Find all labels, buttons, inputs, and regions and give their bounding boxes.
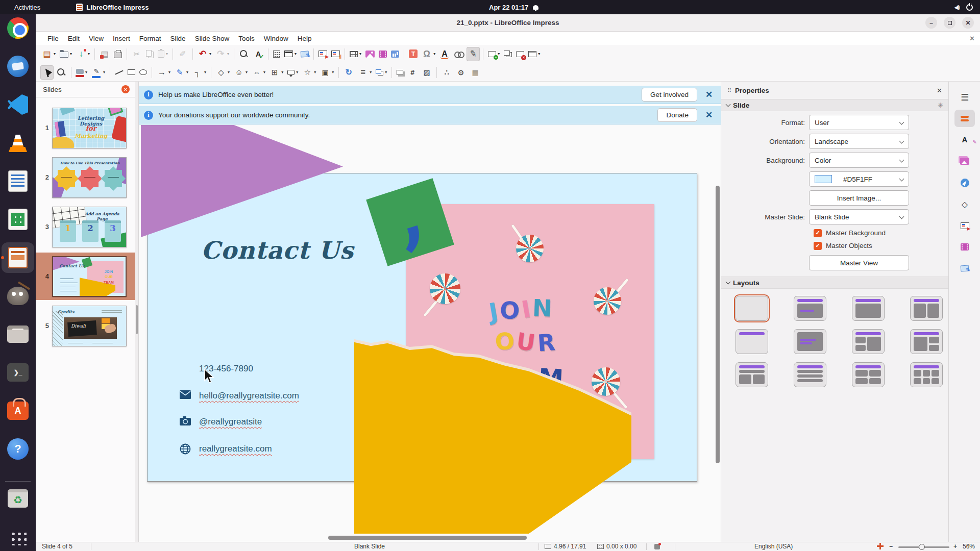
notification-close-icon[interactable]: ✕ bbox=[702, 89, 716, 100]
start-from-current-slide-button[interactable] bbox=[330, 47, 341, 61]
align-objects-button[interactable]: ▾ bbox=[356, 65, 373, 80]
menu-insert[interactable]: Insert bbox=[108, 33, 135, 44]
layout-content-two-right[interactable] bbox=[910, 329, 943, 354]
dropdown-arrow-icon[interactable]: ▾ bbox=[498, 52, 500, 56]
dropdown-arrow-icon[interactable]: ▾ bbox=[370, 70, 372, 74]
contact-text[interactable]: hello@reallygreatsite.com bbox=[199, 391, 299, 401]
flowchart-shapes-button[interactable]: ▾ bbox=[268, 65, 285, 80]
rectangle-button[interactable] bbox=[126, 65, 137, 80]
layout-title-3x2-grid[interactable] bbox=[910, 362, 943, 387]
crop-image-button[interactable] bbox=[406, 65, 419, 80]
save-status-icon[interactable] bbox=[654, 543, 660, 550]
text-language[interactable]: English (USA) bbox=[754, 543, 793, 550]
slide-thumbnail-5[interactable]: 5 Credits Diwali bbox=[36, 302, 135, 349]
layout-centered-text[interactable] bbox=[794, 329, 826, 354]
master-slide-status[interactable]: Blank Slide bbox=[354, 543, 385, 550]
donate-button[interactable]: Donate bbox=[657, 108, 697, 122]
display-grid-button[interactable] bbox=[272, 47, 282, 61]
undo-button[interactable]: ▾ bbox=[196, 47, 213, 61]
redo-button[interactable]: ▾ bbox=[214, 47, 231, 61]
tab-slide-transition[interactable] bbox=[954, 217, 975, 234]
dock-item-writer[interactable] bbox=[6, 169, 30, 193]
panel-grip-icon[interactable]: ⠿ bbox=[727, 87, 731, 94]
fit-slide-icon[interactable] bbox=[877, 543, 884, 550]
layout-blank[interactable] bbox=[736, 296, 768, 321]
zoom-out-button[interactable]: − bbox=[889, 543, 893, 550]
insert-line-button[interactable] bbox=[113, 65, 125, 80]
clone-formatting-button[interactable] bbox=[176, 47, 189, 61]
layout-title-content-block[interactable] bbox=[852, 296, 885, 321]
current-app-menu[interactable]: LibreOffice Impress bbox=[76, 4, 149, 11]
connectors-button[interactable]: ▾ bbox=[191, 65, 208, 80]
contact-text[interactable]: reallygreatsite.com bbox=[199, 444, 272, 454]
contact-text[interactable]: @reallygreatsite bbox=[199, 417, 262, 427]
symbol-shapes-button[interactable]: ▾ bbox=[232, 65, 249, 80]
save-button[interactable]: ▾ bbox=[75, 47, 91, 61]
tab-gallery[interactable] bbox=[954, 153, 975, 170]
slides-panel-close-icon[interactable]: ✕ bbox=[121, 85, 130, 93]
clock-menu[interactable]: Apr 22 01:17 bbox=[489, 4, 538, 11]
master-slide-select[interactable]: Blank Slide bbox=[809, 209, 909, 224]
dropdown-arrow-icon[interactable]: ▾ bbox=[228, 70, 230, 74]
dropdown-arrow-icon[interactable]: ▾ bbox=[70, 52, 72, 56]
zoom-and-pan-button[interactable] bbox=[55, 65, 68, 80]
dropdown-arrow-icon[interactable]: ▾ bbox=[85, 70, 87, 74]
tab-properties[interactable] bbox=[954, 110, 975, 127]
close-button[interactable]: ✕ bbox=[962, 17, 974, 29]
open-file-button[interactable]: ▾ bbox=[58, 47, 74, 61]
tab-shapes[interactable] bbox=[954, 195, 975, 213]
layout-title-2x2-grid[interactable] bbox=[852, 362, 885, 387]
menu-format[interactable]: Format bbox=[135, 33, 166, 44]
dropdown-arrow-icon[interactable]: ▾ bbox=[88, 52, 90, 56]
basic-shapes-button[interactable]: ▾ bbox=[214, 65, 231, 80]
tab-navigator[interactable] bbox=[954, 174, 975, 191]
tab-styles[interactable] bbox=[954, 131, 975, 148]
slide-title[interactable]: Contact Us bbox=[201, 236, 354, 264]
restore-button[interactable] bbox=[944, 17, 955, 29]
layout-title-only[interactable] bbox=[736, 329, 768, 354]
callout-shapes-button[interactable]: ▾ bbox=[286, 65, 300, 80]
slide-thumbnail-2[interactable]: 2 How to Use This Presentation bbox=[36, 154, 135, 201]
export-pdf-button[interactable] bbox=[98, 47, 111, 61]
slide-thumbnail-1[interactable]: 1 Lettering Designs for Marketing bbox=[36, 104, 135, 152]
menu-slide-show[interactable]: Slide Show bbox=[190, 33, 234, 44]
dock-item-help[interactable]: ? bbox=[6, 437, 30, 461]
start-from-first-slide-button[interactable] bbox=[317, 47, 329, 61]
dock-item-files[interactable] bbox=[6, 322, 30, 346]
menu-view[interactable]: View bbox=[84, 33, 108, 44]
master-background-checkbox[interactable]: ✓ Master Background bbox=[814, 229, 948, 237]
edit-points-button[interactable] bbox=[440, 65, 453, 80]
slide-properties-button[interactable] bbox=[299, 47, 310, 61]
dock-item-thunderbird[interactable] bbox=[6, 54, 30, 79]
dropdown-arrow-icon[interactable]: ▾ bbox=[263, 70, 265, 74]
dropdown-arrow-icon[interactable]: ▾ bbox=[103, 70, 105, 74]
contact-row[interactable]: reallygreatsite.com bbox=[180, 443, 272, 455]
dock-item-chrome[interactable] bbox=[6, 16, 30, 40]
menu-help[interactable]: Help bbox=[293, 33, 316, 44]
arrange-button[interactable]: ▾ bbox=[374, 65, 388, 80]
new-presentation-button[interactable]: ▾ bbox=[40, 47, 57, 61]
star-shapes-button[interactable]: ▾ bbox=[301, 65, 317, 80]
dropdown-arrow-icon[interactable]: ▾ bbox=[296, 70, 298, 74]
dropdown-arrow-icon[interactable]: ▾ bbox=[385, 70, 387, 74]
menu-edit[interactable]: Edit bbox=[63, 33, 84, 44]
title-bar[interactable]: 21_0.pptx - LibreOffice Impress – ✕ bbox=[36, 14, 980, 32]
dropdown-arrow-icon[interactable]: ▾ bbox=[538, 52, 540, 56]
dock-item-software[interactable]: A bbox=[6, 398, 30, 423]
activities-button[interactable]: Activities bbox=[10, 3, 44, 12]
cut-button[interactable] bbox=[130, 47, 143, 61]
insert-table-button[interactable]: ▾ bbox=[348, 47, 363, 61]
dropdown-arrow-icon[interactable]: ▾ bbox=[204, 70, 206, 74]
menu-slide[interactable]: Slide bbox=[166, 33, 190, 44]
background-select[interactable]: Color bbox=[809, 153, 909, 168]
insert-image-button[interactable] bbox=[364, 47, 376, 61]
contact-row[interactable]: @reallygreatsite bbox=[180, 416, 262, 428]
dock-item-app-grid[interactable] bbox=[6, 525, 30, 550]
zoom-percent[interactable]: 56% bbox=[963, 543, 975, 550]
properties-close-icon[interactable]: ✕ bbox=[937, 87, 942, 94]
duplicate-slide-button[interactable] bbox=[502, 47, 513, 61]
dropdown-arrow-icon[interactable]: ▾ bbox=[168, 70, 170, 74]
master-view-button[interactable]: Master View bbox=[809, 255, 909, 270]
orientation-select[interactable]: Landscape bbox=[809, 134, 909, 149]
delete-slide-button[interactable] bbox=[514, 47, 526, 61]
